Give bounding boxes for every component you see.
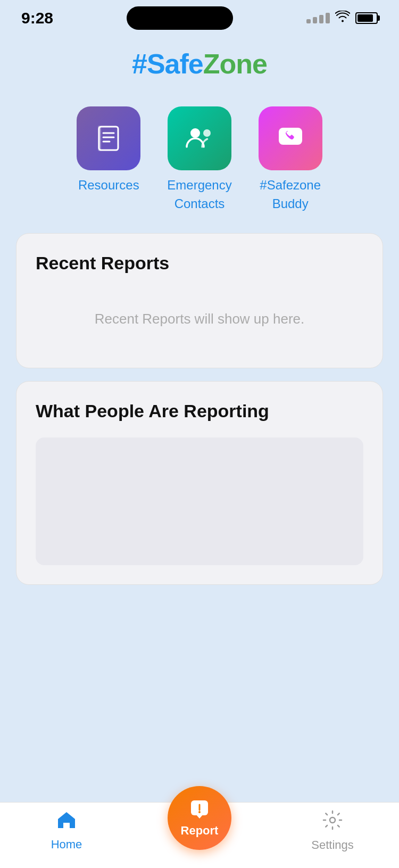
phone-chat-icon [275, 122, 306, 154]
recent-reports-card: Recent Reports Recent Reports will show … [16, 233, 383, 368]
emergency-label-line2: Contacts [174, 195, 225, 212]
recent-reports-empty: Recent Reports will show up here. [36, 290, 363, 349]
svg-point-5 [190, 128, 200, 138]
status-icons [306, 11, 378, 26]
title-hash: # [132, 48, 147, 79]
reporting-chart-placeholder [36, 437, 363, 565]
emergency-icon-box[interactable] [168, 106, 231, 170]
status-bar: 9:28 [0, 0, 399, 32]
buddy-label-line1: #Safezone [260, 177, 321, 193]
book-icon [93, 122, 124, 154]
reporting-title: What People Are Reporting [36, 401, 363, 421]
wifi-icon [335, 11, 350, 26]
report-fab[interactable]: Report [168, 786, 231, 850]
svg-rect-4 [98, 126, 101, 151]
settings-icon [322, 810, 343, 835]
status-time: 9:28 [21, 9, 53, 27]
tab-settings-label: Settings [311, 838, 354, 852]
home-icon [56, 811, 77, 834]
signal-icon [306, 13, 330, 23]
recent-reports-title: Recent Reports [36, 253, 363, 274]
safezone-buddy-action[interactable]: #Safezone Buddy [259, 106, 322, 212]
buddy-label-line2: Buddy [272, 195, 309, 212]
tab-report[interactable]: Report [162, 813, 237, 850]
svg-point-6 [203, 129, 211, 137]
emergency-label-line1: Emergency [167, 177, 231, 193]
svg-point-11 [330, 817, 335, 823]
report-fab-label: Report [181, 824, 219, 838]
tab-home-label: Home [51, 838, 82, 852]
people-icon [184, 122, 215, 154]
report-icon [188, 798, 211, 822]
tab-home[interactable]: Home [29, 811, 104, 852]
app-title: #SafeZone [0, 32, 399, 106]
emergency-contacts-action[interactable]: Emergency Contacts [167, 106, 231, 212]
svg-point-10 [198, 811, 201, 813]
title-zone: Zone [203, 48, 267, 79]
buddy-icon-box[interactable] [259, 106, 322, 170]
resources-label: Resources [78, 177, 139, 193]
resources-icon-box[interactable] [77, 106, 140, 170]
title-safe: Safe [147, 48, 203, 79]
reporting-card: What People Are Reporting [16, 381, 383, 585]
tab-bar: Home Report Settings [0, 802, 399, 868]
svg-rect-0 [99, 127, 118, 150]
battery-icon [355, 12, 378, 24]
resources-action[interactable]: Resources [77, 106, 140, 193]
quick-actions: Resources Emergency Contacts [0, 106, 399, 233]
tab-settings[interactable]: Settings [295, 810, 370, 852]
notch [127, 6, 233, 30]
